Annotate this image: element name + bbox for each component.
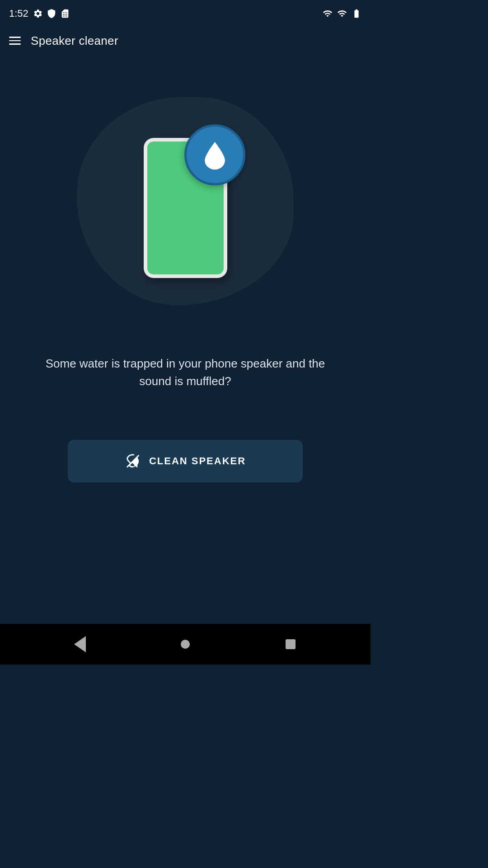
- back-icon: [74, 636, 86, 652]
- wifi-icon: [323, 9, 333, 19]
- status-left: 1:52: [9, 8, 70, 19]
- status-right: [323, 9, 361, 19]
- app-title: Speaker cleaner: [31, 34, 118, 48]
- menu-icon[interactable]: [9, 37, 21, 45]
- security-icon: [47, 9, 56, 19]
- water-drop-icon: [200, 140, 230, 170]
- home-button[interactable]: [175, 634, 195, 654]
- main-content: Some water is trapped in your phone spea…: [0, 57, 371, 491]
- recent-button[interactable]: [281, 634, 300, 654]
- illustration-container: [59, 75, 312, 328]
- water-drop-circle: [184, 124, 245, 185]
- sim-icon: [60, 9, 70, 19]
- description-text: Some water is trapped in your phone spea…: [27, 355, 343, 390]
- no-water-icon: [125, 453, 140, 469]
- clean-button-label: CLEAN SPEAKER: [149, 455, 246, 467]
- recent-icon: [286, 639, 296, 649]
- status-bar: 1:52: [0, 0, 371, 25]
- home-icon: [181, 640, 190, 649]
- battery-icon: [352, 9, 361, 19]
- back-button[interactable]: [70, 634, 90, 654]
- status-time: 1:52: [9, 8, 28, 19]
- clean-speaker-button[interactable]: CLEAN SPEAKER: [68, 440, 303, 482]
- status-icons: [33, 9, 70, 19]
- nav-bar: [0, 624, 371, 665]
- phone-illustration: [144, 138, 227, 278]
- settings-icon: [33, 9, 43, 19]
- app-bar: Speaker cleaner: [0, 25, 371, 57]
- signal-icon: [337, 9, 347, 19]
